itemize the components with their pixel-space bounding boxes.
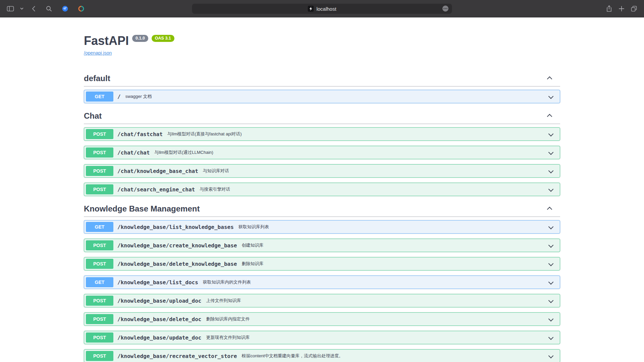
operation-row[interactable]: POST /knowledge_base/create_knowledge_ba… — [84, 239, 560, 252]
api-section: default GET / swagger 文档 — [84, 71, 560, 103]
page-options-icon[interactable] — [442, 5, 449, 12]
method-badge: POST — [86, 166, 113, 176]
address-bar[interactable]: localhost — [192, 4, 452, 14]
section-title: Chat — [84, 111, 102, 121]
operation-row[interactable]: POST /knowledge_base/upload_doc 上传文件到知识库 — [84, 294, 560, 307]
section-title: Knowledge Base Management — [84, 204, 200, 214]
version-badge: 0.1.0 — [132, 35, 148, 42]
operation-description: 更新现有文件到知识库 — [206, 335, 250, 341]
operation-description: 与llm模型对话(通过LLMChain) — [154, 149, 213, 156]
blue-bird-extension-icon[interactable] — [62, 5, 68, 12]
collapse-section-icon[interactable] — [548, 75, 551, 82]
operation-description: 获取知识库列表 — [238, 224, 269, 230]
operation-description: 获取知识库内的文件列表 — [203, 279, 251, 285]
method-badge: POST — [86, 184, 113, 194]
new-tab-icon[interactable] — [619, 6, 625, 12]
back-icon[interactable] — [32, 5, 36, 12]
api-section: Knowledge Base Management GET /knowledge… — [84, 201, 560, 362]
operation-path: /chat/knowledge_base_chat — [117, 168, 198, 174]
operation-row[interactable]: POST /chat/fastchat 与llm模型对话(直接与fastchat… — [84, 127, 560, 141]
sidebar-toggle-icon[interactable] — [7, 5, 14, 12]
tab-overview-icon[interactable] — [631, 5, 637, 12]
expand-operation-icon[interactable] — [549, 168, 553, 174]
operations: GET / swagger 文档 — [84, 86, 560, 103]
expand-operation-icon[interactable] — [549, 186, 553, 192]
page-title: FastAPI — [84, 34, 129, 48]
operation-row[interactable]: POST /knowledge_base/recreate_vector_sto… — [84, 349, 560, 362]
operation-row[interactable]: POST /chat/chat 与llm模型对话(通过LLMChain) — [84, 146, 560, 159]
api-section: Chat POST /chat/fastchat 与llm模型对话(直接与fas… — [84, 108, 560, 196]
operation-path: /knowledge_base/create_knowledge_base — [117, 242, 237, 249]
method-badge: GET — [86, 277, 113, 287]
section-header[interactable]: default — [84, 71, 560, 86]
method-badge: POST — [86, 333, 113, 343]
operation-description: 上传文件到知识库 — [206, 298, 241, 304]
chevron-down-icon[interactable] — [20, 7, 23, 10]
expand-operation-icon[interactable] — [549, 353, 553, 359]
operation-path: /chat/search_engine_chat — [117, 186, 195, 193]
share-icon[interactable] — [606, 5, 612, 12]
method-badge: POST — [86, 129, 113, 139]
method-badge: POST — [86, 147, 113, 158]
oas-badge: OAS 3.1 — [152, 35, 174, 42]
operation-description: 删除知识库内指定文件 — [206, 316, 250, 322]
operation-row[interactable]: POST /chat/knowledge_base_chat 与知识库对话 — [84, 164, 560, 178]
browser-toolbar: localhost — [0, 0, 644, 17]
method-badge: POST — [86, 314, 113, 324]
swagger-page: FastAPI 0.1.0 OAS 3.1 /openapi.json defa… — [0, 17, 644, 362]
operation-row[interactable]: POST /chat/search_engine_chat 与搜索引擎对话 — [84, 183, 560, 196]
operation-row[interactable]: GET /knowledge_base/list_knowledge_bases… — [84, 220, 560, 234]
expand-operation-icon[interactable] — [549, 279, 553, 285]
operation-path: /knowledge_base/recreate_vector_store — [117, 353, 237, 359]
method-badge: POST — [86, 240, 113, 250]
operation-row[interactable]: GET / swagger 文档 — [84, 90, 560, 103]
operation-row[interactable]: POST /knowledge_base/delete_doc 删除知识库内指定… — [84, 312, 560, 326]
operation-description: 删除知识库 — [241, 261, 263, 267]
operation-row[interactable]: POST /knowledge_base/delete_knowledge_ba… — [84, 257, 560, 270]
operation-description: 与知识库对话 — [203, 168, 229, 174]
operation-description: 与搜索引擎对话 — [200, 186, 230, 192]
expand-operation-icon[interactable] — [549, 149, 553, 156]
section-title: default — [84, 73, 110, 83]
expand-operation-icon[interactable] — [549, 242, 553, 248]
operation-description: 与llm模型对话(直接与fastchat api对话) — [167, 131, 242, 137]
expand-operation-icon[interactable] — [549, 316, 553, 322]
expand-operation-icon[interactable] — [549, 131, 553, 137]
operation-path: /knowledge_base/upload_doc — [117, 298, 201, 304]
operation-description: swagger 文档 — [125, 94, 152, 100]
operation-row[interactable]: GET /knowledge_base/list_docs 获取知识库内的文件列… — [84, 276, 560, 289]
operation-description: 根据content中文档重建向量库，流式输出处理进度。 — [241, 353, 343, 359]
operations: GET /knowledge_base/list_knowledge_bases… — [84, 217, 560, 362]
operation-path: /knowledge_base/list_docs — [117, 279, 198, 286]
collapse-section-icon[interactable] — [548, 113, 551, 120]
section-header[interactable]: Knowledge Base Management — [84, 201, 560, 217]
operation-path: /chat/fastchat — [117, 131, 163, 137]
method-badge: GET — [86, 92, 113, 102]
search-icon[interactable] — [46, 5, 52, 12]
operation-row[interactable]: POST /knowledge_base/update_doc 更新现有文件到知… — [84, 331, 560, 344]
method-badge: GET — [86, 222, 113, 232]
expand-operation-icon[interactable] — [549, 94, 553, 100]
toolbar-right-group — [606, 5, 637, 12]
method-badge: POST — [86, 296, 113, 306]
site-favicon-icon — [308, 6, 314, 12]
operations: POST /chat/fastchat 与llm模型对话(直接与fastchat… — [84, 124, 560, 196]
sections: default GET / swagger 文档 Chat POST /chat… — [84, 71, 560, 362]
toolbar-left-group — [7, 5, 85, 12]
expand-operation-icon[interactable] — [549, 298, 553, 304]
method-badge: POST — [86, 259, 113, 269]
operation-path: /chat/chat — [117, 149, 150, 156]
expand-operation-icon[interactable] — [549, 335, 553, 341]
expand-operation-icon[interactable] — [549, 261, 553, 267]
expand-operation-icon[interactable] — [549, 224, 553, 230]
openapi-json-link[interactable]: /openapi.json — [84, 50, 112, 56]
operation-path: /knowledge_base/delete_doc — [117, 316, 201, 322]
record-extension-icon[interactable] — [78, 5, 85, 12]
url-text: localhost — [316, 6, 336, 12]
operation-path: /knowledge_base/list_knowledge_bases — [117, 224, 234, 230]
method-badge: POST — [86, 351, 113, 361]
operation-path: /knowledge_base/delete_knowledge_base — [117, 261, 237, 267]
section-header[interactable]: Chat — [84, 108, 560, 124]
collapse-section-icon[interactable] — [548, 205, 551, 213]
api-info: FastAPI 0.1.0 OAS 3.1 /openapi.json — [84, 34, 560, 56]
